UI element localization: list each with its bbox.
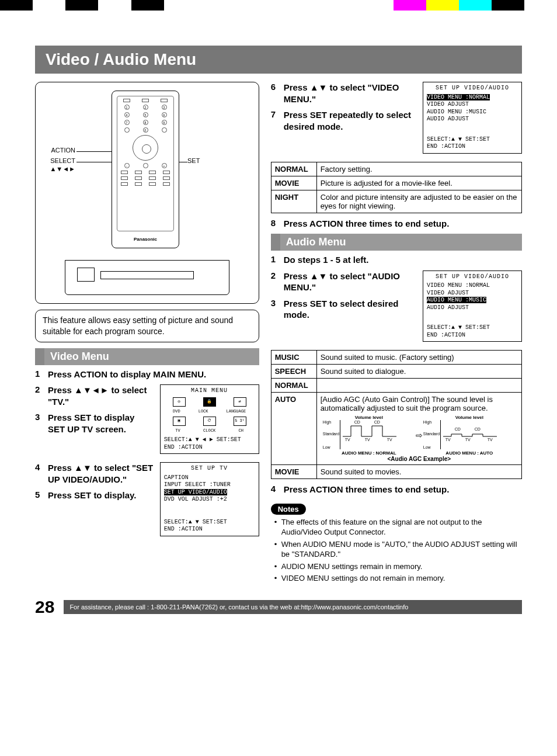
auto-desc: [Audio AGC (Auto Gain Control)] The soun… (321, 395, 518, 412)
step-text: Press SET repeatedly to select desired m… (284, 109, 417, 132)
device-front-panel (65, 260, 229, 295)
agc-example-caption: <Audio AGC Example> (321, 456, 518, 462)
osd-icon-tv: ▣ (173, 417, 186, 426)
step-text: Press ACTION to display MAIN MENU. (48, 369, 259, 380)
video-menu-header: Video Menu (35, 348, 259, 365)
step-number: 4 (271, 484, 284, 495)
step-number: 1 (271, 254, 284, 266)
note-item: VIDEO MENU settings do not remain in mem… (273, 573, 522, 584)
note-item: AUDIO MENU settings remain in memory. (273, 561, 522, 572)
step-number: 5 (35, 490, 48, 501)
osd-audio: SET UP VIDEO/AUDIO VIDEO MENU :NORMAL VI… (423, 271, 522, 342)
video-modes-table: NORMALFactory setting. MOVIEPicture is a… (271, 162, 522, 213)
label-arrows: ▲▼◄► (40, 165, 75, 172)
note-item: The effects of this feature on the signa… (273, 517, 522, 537)
step-number: 1 (35, 369, 48, 380)
step-number: 7 (271, 109, 284, 132)
step-text: Press ▲▼ to select "VIDEO MENU." (284, 82, 417, 105)
osd-icon-ch: 5 3¹ (234, 417, 246, 426)
footer-assistance: For assistance, please call : 1-800-211-… (64, 600, 522, 614)
step-number: 3 (271, 298, 284, 321)
step-text: Press ▲▼ to select "AUDIO MENU." (284, 271, 417, 293)
label-select: SELECT (40, 157, 75, 164)
osd-setup-tv: SET UP TV CAPTION INPUT SELECT :TUNER SE… (160, 462, 259, 536)
step-number: 3 (35, 412, 48, 435)
audio-menu-header: Audio Menu (271, 234, 522, 251)
notes-list: The effects of this feature on the signa… (273, 517, 522, 584)
agc-diagram: Volume level High Standard Low TV (321, 415, 518, 456)
step-text: Press SET to select desired mode. (284, 298, 417, 321)
step-text: Press SET to display. (48, 490, 154, 501)
step-number: 2 (271, 271, 284, 293)
label-action: ACTION (40, 147, 75, 154)
intro-text: This feature allows easy setting of pict… (35, 310, 259, 342)
color-registration-bar (0, 0, 557, 11)
osd-icon-lock: 🔒 (203, 397, 216, 407)
osd-icon-clock: ⏱ (203, 417, 216, 426)
step-number: 4 (35, 462, 48, 485)
audio-modes-table: MUSICSound suited to music. (Factory set… (271, 350, 522, 479)
step-number: 6 (271, 82, 284, 105)
step-text: Press ▲▼◄► to select "TV." (48, 384, 154, 407)
osd-icon-language: ⇄ (234, 397, 246, 407)
step-text: Press ACTION three times to end setup. (284, 484, 522, 495)
osd-video-audio: SET UP VIDEO/AUDIO VIDEO MENU :NORMAL VI… (423, 82, 522, 154)
remote-brand: Panasonic (112, 237, 179, 242)
step-text: Do steps 1 - 5 at left. (284, 254, 522, 266)
step-text: Press ACTION three times to end setup. (284, 218, 522, 230)
notes-header: Notes (271, 504, 306, 515)
remote-illustration: 123 456 789 0 -+ Panasonic ACTION SE (35, 82, 259, 304)
step-text: Press ▲▼ to select "SET UP VIDEO/AUDIO." (48, 462, 154, 485)
step-text: Press SET to display SET UP TV screen. (48, 412, 154, 435)
page-title: Video / Audio Menu (35, 46, 522, 74)
step-number: 2 (35, 384, 48, 407)
osd-main-menu: MAIN MENU ◎ 🔒 ⇄ DVDLOCKLANGUAGE ▣ (160, 384, 259, 454)
note-item: When AUDIO MENU mode is "AUTO," the AUDI… (273, 539, 522, 560)
step-number: 8 (271, 218, 284, 230)
label-set: SET (187, 157, 211, 164)
osd-icon-dvd: ◎ (173, 397, 186, 407)
page-number: 28 (35, 597, 54, 617)
remote-outline: 123 456 789 0 -+ Panasonic (112, 91, 179, 248)
